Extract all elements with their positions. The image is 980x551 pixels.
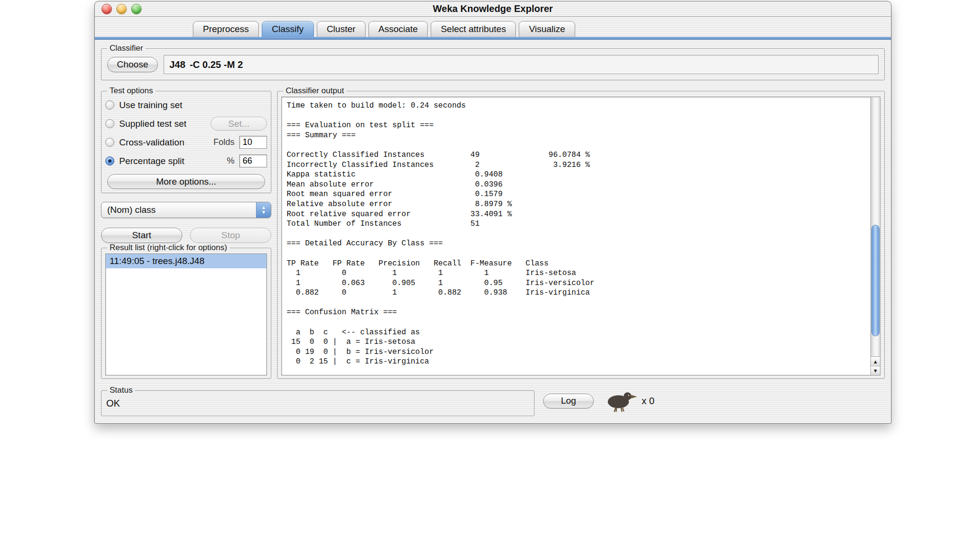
cross-validation-radio[interactable] bbox=[105, 138, 114, 147]
supplied-test-set-radio[interactable] bbox=[105, 119, 114, 128]
classifier-output-group: Classifier output Time taken to build mo… bbox=[277, 86, 885, 379]
supplied-test-set-row: Supplied test set Set... bbox=[105, 114, 267, 133]
zoom-button[interactable] bbox=[131, 4, 142, 14]
run-button-row: Start Stop bbox=[101, 228, 271, 243]
classifier-output-group-label: Classifier output bbox=[283, 86, 346, 96]
left-column: Test options Use training set Supplied t… bbox=[101, 86, 271, 379]
tab-associate[interactable]: Associate bbox=[368, 21, 428, 37]
tab-visualize[interactable]: Visualize bbox=[519, 21, 575, 37]
result-list-group-label: Result list (right-click for options) bbox=[107, 243, 230, 253]
use-training-set-radio[interactable] bbox=[105, 100, 114, 110]
scroll-down-icon: ▼ bbox=[873, 368, 878, 374]
scrollbar-thumb[interactable] bbox=[871, 225, 880, 336]
weka-window: Weka Knowledge Explorer Preprocess Class… bbox=[94, 1, 891, 424]
classifier-group-label: Classifier bbox=[107, 44, 145, 53]
use-training-set-row: Use training set bbox=[105, 96, 267, 114]
log-button[interactable]: Log bbox=[543, 394, 594, 408]
classifier-scheme-options: -C 0.25 -M 2 bbox=[189, 59, 243, 70]
window-controls bbox=[101, 4, 142, 14]
percentage-split-input[interactable] bbox=[239, 154, 267, 167]
tab-bar: Preprocess Classify Cluster Associate Se… bbox=[95, 17, 891, 37]
status-message: OK bbox=[105, 395, 530, 409]
status-group: Status OK bbox=[101, 386, 535, 416]
class-attribute-dropdown[interactable]: (Nom) class ▲ ▼ bbox=[101, 202, 271, 218]
tab-select-attributes[interactable]: Select attributes bbox=[431, 21, 516, 37]
result-list-group: Result list (right-click for options) 11… bbox=[101, 243, 271, 379]
classifier-output-text: Time taken to build model: 0.24 seconds … bbox=[282, 97, 880, 371]
tab-cluster[interactable]: Cluster bbox=[317, 21, 366, 37]
more-options-button[interactable]: More options... bbox=[107, 174, 265, 189]
classifier-group: Classifier Choose J48 -C 0.25 -M 2 bbox=[101, 44, 885, 80]
start-button[interactable]: Start bbox=[101, 228, 182, 243]
test-options-group: Test options Use training set Supplied t… bbox=[101, 86, 271, 193]
test-options-group-label: Test options bbox=[107, 86, 156, 96]
weka-bird-icon bbox=[603, 389, 639, 412]
scroll-down-button[interactable]: ▼ bbox=[871, 366, 880, 375]
classifier-output-area[interactable]: Time taken to build model: 0.24 seconds … bbox=[281, 97, 880, 375]
folds-label: Folds bbox=[213, 137, 234, 147]
status-group-label: Status bbox=[107, 386, 135, 395]
set-button[interactable]: Set... bbox=[211, 117, 267, 131]
cross-validation-row: Cross-validation Folds bbox=[105, 133, 267, 152]
use-training-set-label: Use training set bbox=[119, 100, 182, 110]
tab-classify[interactable]: Classify bbox=[262, 21, 314, 37]
percent-label: % bbox=[227, 156, 234, 166]
output-scrollbar[interactable]: ▲ ▼ bbox=[870, 97, 880, 375]
window-title: Weka Knowledge Explorer bbox=[433, 3, 553, 14]
desktop: Weka Knowledge Explorer Preprocess Class… bbox=[0, 0, 980, 551]
tab-preprocess[interactable]: Preprocess bbox=[193, 21, 259, 37]
close-button[interactable] bbox=[101, 4, 112, 14]
bird-counter: x 0 bbox=[642, 396, 655, 407]
choose-button[interactable]: Choose bbox=[107, 57, 158, 72]
minimize-button[interactable] bbox=[116, 4, 127, 14]
result-list-item[interactable]: 11:49:05 - trees.j48.J48 bbox=[106, 254, 267, 268]
status-row: Status OK Log x 0 bbox=[101, 386, 885, 416]
supplied-test-set-label: Supplied test set bbox=[119, 119, 186, 129]
scroll-up-icon: ▲ bbox=[873, 359, 878, 364]
folds-input[interactable] bbox=[239, 136, 267, 149]
percentage-split-radio[interactable] bbox=[105, 156, 114, 165]
titlebar[interactable]: Weka Knowledge Explorer bbox=[95, 1, 891, 17]
scroll-up-button[interactable]: ▲ bbox=[871, 357, 880, 366]
class-attribute-value: (Nom) class bbox=[101, 205, 156, 215]
dropdown-down-arrow-icon: ▼ bbox=[261, 210, 266, 215]
stop-button[interactable]: Stop bbox=[190, 228, 271, 243]
cross-validation-label: Cross-validation bbox=[119, 137, 184, 148]
result-list[interactable]: 11:49:05 - trees.j48.J48 bbox=[105, 253, 267, 375]
scrollbar-buttons: ▲ ▼ bbox=[871, 356, 880, 375]
classify-panel: Classifier Choose J48 -C 0.25 -M 2 Test … bbox=[95, 40, 891, 423]
percentage-split-row: Percentage split % bbox=[105, 152, 267, 170]
dropdown-arrows-icon: ▲ ▼ bbox=[256, 202, 271, 218]
classifier-scheme-field[interactable]: J48 -C 0.25 -M 2 bbox=[164, 55, 879, 74]
classifier-scheme-name: J48 bbox=[169, 59, 185, 70]
percentage-split-label: Percentage split bbox=[119, 156, 184, 166]
